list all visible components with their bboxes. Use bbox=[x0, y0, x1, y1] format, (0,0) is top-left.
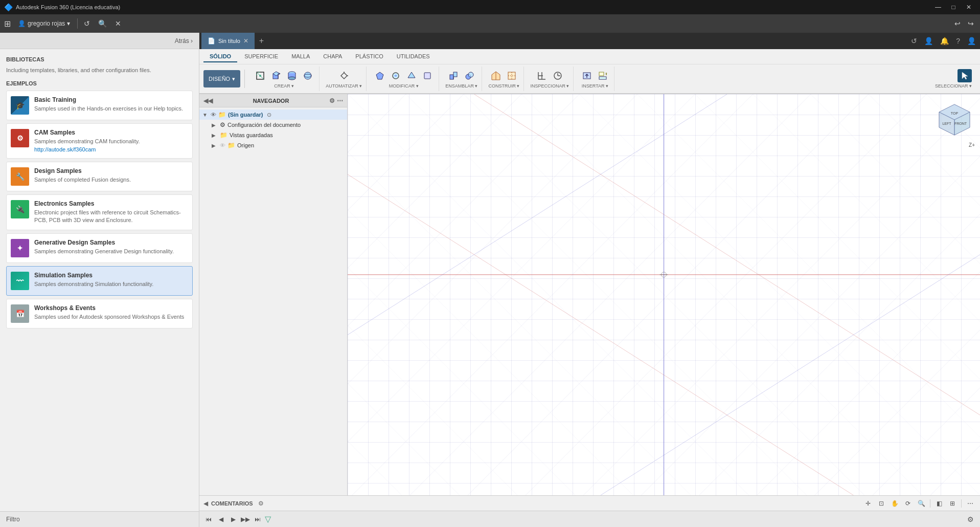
ensamblar-1-button[interactable] bbox=[446, 69, 461, 82]
nav-config-item[interactable]: ▶ ⚙ Configuración del documento bbox=[199, 120, 347, 130]
back-button[interactable]: Atrás › bbox=[175, 37, 193, 45]
tab-add-button[interactable]: + bbox=[255, 36, 268, 46]
nav-origen-eye-icon[interactable]: 👁 bbox=[220, 142, 225, 148]
seleccionar-label[interactable]: SELECCIONAR ▾ bbox=[935, 83, 972, 89]
automatizar-label[interactable]: AUTOMATIZAR ▾ bbox=[326, 83, 362, 89]
view-cube[interactable]: FRONT LEFT TOP Z+ bbox=[934, 99, 975, 140]
nav-root-eye-icon[interactable]: 👁 bbox=[211, 112, 216, 118]
navigator-header: ◀◀ NAVEGADOR ⚙ ⋯ bbox=[199, 94, 347, 107]
nav-collapse-icon[interactable]: ◀◀ bbox=[203, 97, 213, 104]
timeline-play-button[interactable]: ▶ bbox=[228, 514, 238, 524]
seleccionar-button[interactable] bbox=[958, 69, 972, 82]
viewport-display-icon[interactable]: ◧ bbox=[933, 498, 945, 509]
tab-malla[interactable]: MALLA bbox=[285, 51, 316, 62]
timeline-filter-icon[interactable]: ▽ bbox=[265, 514, 271, 524]
basic-training-item[interactable]: 🎓 Basic Training Samples used in the Han… bbox=[6, 91, 193, 120]
modificar-2-button[interactable] bbox=[389, 69, 403, 82]
modificar-1-button[interactable] bbox=[373, 69, 387, 82]
electronics-samples-item[interactable]: 🔌 Electronics Samples Electronic project… bbox=[6, 194, 193, 230]
create-sketch-button[interactable] bbox=[253, 69, 267, 82]
modificar-4-button[interactable] bbox=[420, 69, 435, 82]
comments-settings-icon[interactable]: ⚙ bbox=[258, 500, 264, 507]
viewport-hand-icon[interactable]: ✋ bbox=[889, 498, 900, 509]
insertar-2-button[interactable]: ⬆ bbox=[596, 69, 610, 82]
minimize-button[interactable]: — bbox=[931, 2, 945, 13]
design-samples-item[interactable]: 🔧 Design Samples Samples of completed Fu… bbox=[6, 162, 193, 191]
app-title: Autodesk Fusion 360 (Licencia educativa) bbox=[16, 4, 931, 10]
viewport-more-icon[interactable]: ⋯ bbox=[965, 498, 976, 509]
tab-notify-icon[interactable]: 🔔 bbox=[938, 36, 951, 46]
tab-plastico[interactable]: PLÁSTICO bbox=[349, 51, 389, 62]
simulation-samples-item[interactable]: 〰 Simulation Samples Samples demonstrati… bbox=[6, 266, 193, 296]
tab-bar: 📄 Sin título ✕ + ↺ 👤 🔔 ? 👤 bbox=[199, 33, 980, 49]
construir-label[interactable]: CONSTRUIR ▾ bbox=[488, 83, 519, 89]
create-sphere-button[interactable] bbox=[301, 69, 315, 82]
inspeccionar-2-button[interactable] bbox=[551, 69, 565, 82]
viewport-pan-icon[interactable]: ✛ bbox=[862, 498, 874, 509]
viewport-orbit-icon[interactable]: ⟳ bbox=[902, 498, 914, 509]
maximize-button[interactable]: □ bbox=[946, 2, 961, 13]
tab-help-icon[interactable]: ? bbox=[954, 36, 962, 46]
nav-root-folder-icon: 📁 bbox=[218, 111, 226, 118]
timeline-last-button[interactable]: ⏭ bbox=[253, 514, 263, 524]
user-menu[interactable]: 👤 gregorio rojas ▾ bbox=[15, 19, 73, 28]
insertar-label[interactable]: INSERTAR ▾ bbox=[582, 83, 608, 89]
navigator-more-icon[interactable]: ⋯ bbox=[337, 97, 343, 104]
modificar-3-button[interactable] bbox=[404, 69, 419, 82]
insertar-1-button[interactable] bbox=[580, 69, 594, 82]
tab-utilidades[interactable]: UTILIDADES bbox=[391, 51, 436, 62]
grid-icon[interactable]: ⊞ bbox=[4, 19, 11, 29]
generative-design-item[interactable]: ✦ Generative Design Samples Samples demo… bbox=[6, 233, 193, 263]
timeline-settings-icon[interactable]: ⚙ bbox=[965, 514, 976, 525]
electronics-samples-icon: 🔌 bbox=[11, 200, 29, 218]
cam-samples-link[interactable]: http://autode.sk/f360cam bbox=[34, 146, 96, 152]
timeline-prev-button[interactable]: ◀ bbox=[216, 514, 226, 524]
construir-2-button[interactable] bbox=[505, 69, 519, 82]
nav-root-item[interactable]: ▼ 👁 📁 (Sin guardar) ⊙ bbox=[199, 109, 347, 120]
cam-samples-desc: Samples demonstrating CAM functionality. bbox=[34, 138, 188, 145]
modificar-label[interactable]: MODIFICAR ▾ bbox=[389, 83, 419, 89]
viewport-fit-icon[interactable]: ⊡ bbox=[876, 498, 887, 509]
search-button[interactable]: 🔍 bbox=[96, 17, 109, 30]
create-cylinder-button[interactable] bbox=[285, 69, 299, 82]
workshops-events-text: Workshops & Events Samples used for Auto… bbox=[34, 304, 188, 321]
workshops-events-item[interactable]: 📅 Workshops & Events Samples used for Au… bbox=[6, 299, 193, 328]
close-nav-button[interactable]: ✕ bbox=[113, 17, 123, 30]
tab-solido[interactable]: SÓLIDO bbox=[203, 51, 237, 62]
nav-vistas-item[interactable]: ▶ 📁 Vistas guardadas bbox=[199, 130, 347, 140]
tab-chapa[interactable]: CHAPA bbox=[317, 51, 348, 62]
tab-account-icon[interactable]: 👤 bbox=[922, 36, 935, 46]
grid-background bbox=[348, 94, 980, 495]
viewport-grid-icon[interactable]: ⊞ bbox=[947, 498, 958, 509]
inspeccionar-label[interactable]: INSPECCIONAR ▾ bbox=[530, 83, 569, 89]
cam-samples-item[interactable]: ⚙ CAM Samples Samples demonstrating CAM … bbox=[6, 123, 193, 158]
viewport[interactable]: FRONT LEFT TOP Z+ bbox=[348, 94, 980, 495]
ensamblar-2-button[interactable] bbox=[462, 69, 476, 82]
nav-origen-item[interactable]: ▶ 👁 📁 Origen bbox=[199, 140, 347, 150]
automatizar-button[interactable] bbox=[337, 69, 351, 82]
undo-button[interactable]: ↩ bbox=[952, 17, 963, 30]
tab-user-icon[interactable]: 👤 bbox=[965, 36, 978, 46]
tab-sin-titulo[interactable]: 📄 Sin título ✕ bbox=[201, 33, 255, 49]
comments-collapse-icon[interactable]: ◀ bbox=[203, 500, 208, 507]
design-button[interactable]: DISEÑO ▾ bbox=[203, 70, 240, 87]
crear-icons bbox=[253, 69, 315, 82]
crear-label[interactable]: CREAR ▾ bbox=[274, 83, 294, 89]
app-icon: 🔷 bbox=[4, 3, 13, 11]
timeline-next-button[interactable]: ▶▶ bbox=[240, 514, 250, 524]
ensamblar-label[interactable]: ENSAMBLAR ▾ bbox=[445, 83, 477, 89]
tab-superficie[interactable]: SUPERFICIE bbox=[238, 51, 284, 62]
viewport-zoom-icon[interactable]: 🔍 bbox=[916, 498, 927, 509]
tab-refresh-icon[interactable]: ↺ bbox=[909, 36, 919, 46]
refresh-button[interactable]: ↺ bbox=[82, 17, 92, 30]
tab-close-button[interactable]: ✕ bbox=[243, 37, 248, 45]
inspeccionar-1-button[interactable] bbox=[535, 69, 549, 82]
close-button[interactable]: ✕ bbox=[962, 2, 976, 13]
construir-group: CONSTRUIR ▾ bbox=[484, 67, 524, 91]
timeline-first-button[interactable]: ⏮ bbox=[203, 514, 214, 524]
create-box-button[interactable] bbox=[269, 69, 283, 82]
modificar-icons bbox=[373, 69, 435, 82]
navigator-settings-icon[interactable]: ⚙ bbox=[329, 97, 335, 104]
redo-button[interactable]: ↪ bbox=[966, 17, 976, 30]
construir-1-button[interactable] bbox=[489, 69, 503, 82]
